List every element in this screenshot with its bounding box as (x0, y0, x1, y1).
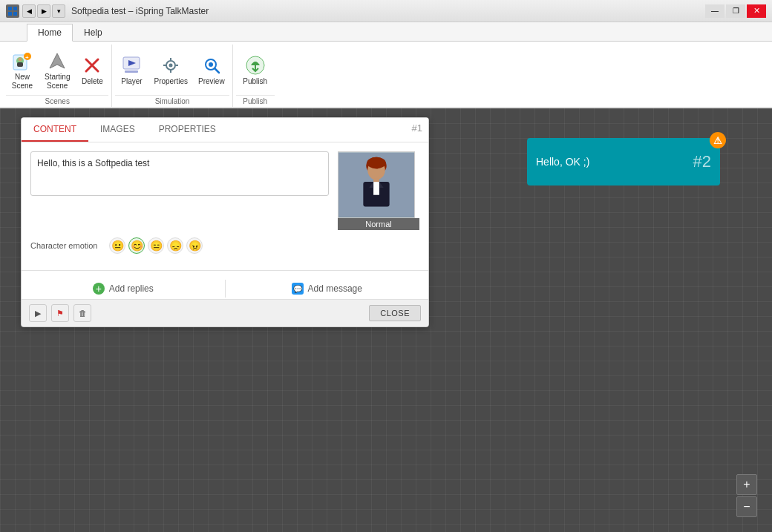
emotion-sad[interactable]: 😞 (167, 237, 183, 254)
scene-1-number: #1 (412, 122, 422, 134)
tab-home[interactable]: Home (27, 24, 73, 42)
zoom-out-button[interactable]: − (736, 496, 757, 517)
warning-badge: ⚠ (710, 132, 726, 148)
flag-button[interactable]: ⚑ (51, 304, 69, 322)
starting-scene-icon (45, 49, 69, 73)
scene-card-1: CONTENT IMAGES PROPERTIES #1 (21, 117, 429, 327)
svg-rect-2 (8, 12, 12, 16)
add-replies-icon: + (93, 283, 105, 295)
close-button[interactable]: CLOSE (369, 305, 421, 321)
zoom-in-button[interactable]: + (736, 474, 757, 495)
minimize-button[interactable]: — (705, 4, 724, 18)
emotion-expressionless[interactable]: 😑 (148, 237, 164, 254)
svg-line-26 (215, 68, 219, 73)
add-message-label: Add message (308, 283, 362, 294)
preview-button[interactable]: Preview (194, 50, 229, 89)
svg-rect-3 (13, 12, 17, 16)
delete-label: Delete (82, 77, 103, 86)
publish-button[interactable]: Publish (238, 50, 272, 89)
starting-scene-label: StartingScene (45, 73, 70, 91)
scene-1-tabs: CONTENT IMAGES PROPERTIES #1 (22, 118, 428, 142)
app-icon (6, 4, 19, 18)
window-controls: — ❐ ✕ (705, 4, 766, 18)
scene-1-content: Normal Character emotion 😐 😊 😑 😞 😠 (22, 142, 428, 263)
canvas-area: CONTENT IMAGES PROPERTIES #1 (0, 108, 772, 532)
add-message-button[interactable]: 💬 Add message (226, 278, 429, 299)
action-row: + Add replies 💬 Add message (22, 278, 428, 299)
add-replies-label: Add replies (109, 283, 154, 294)
svg-rect-0 (8, 7, 12, 10)
play-button[interactable]: ▶ (29, 304, 47, 322)
delete-icon (80, 53, 104, 77)
character-image (338, 151, 415, 218)
emotion-angry[interactable]: 😠 (186, 237, 203, 254)
tab-content[interactable]: CONTENT (22, 118, 88, 142)
svg-text:+: + (25, 54, 29, 61)
publish-group-label: Publish (236, 95, 275, 107)
properties-label: Properties (154, 77, 188, 86)
properties-button[interactable]: Properties (149, 50, 192, 89)
svg-rect-18 (125, 70, 138, 73)
window-title: Softpedia test – iSpring TalkMaster (71, 6, 209, 16)
tab-properties[interactable]: PROPERTIES (147, 118, 228, 142)
player-button[interactable]: Player (115, 50, 148, 89)
new-scene-button[interactable]: + NewScene (6, 46, 39, 93)
preview-label: Preview (198, 77, 225, 86)
tab-images[interactable]: IMAGES (88, 118, 147, 142)
nav-dropdown[interactable]: ▾ (52, 4, 65, 18)
zoom-controls: + − (736, 474, 757, 517)
new-scene-label: NewScene (12, 73, 33, 91)
scene-text-input[interactable] (30, 151, 329, 196)
scene-card-2[interactable]: Hello, OK ;) #2 ⚠ (527, 138, 720, 185)
content-divider (22, 270, 428, 271)
ribbon-tabs: Home Help (0, 22, 772, 42)
svg-rect-36 (373, 182, 379, 195)
tab-help[interactable]: Help (73, 24, 114, 41)
emotion-happy[interactable]: 😊 (128, 237, 145, 254)
title-bar: ◀ ▶ ▾ Softpedia test – iSpring TalkMaste… (0, 0, 772, 22)
scene-1-footer: ▶ ⚑ 🗑 CLOSE (22, 299, 428, 326)
close-button[interactable]: ✕ (747, 4, 766, 18)
add-message-icon: 💬 (292, 283, 304, 295)
starting-scene-button[interactable]: StartingScene (40, 46, 74, 93)
scenes-group-label: Scenes (6, 95, 108, 107)
nav-forward[interactable]: ▶ (37, 4, 50, 18)
emotion-row: Character emotion 😐 😊 😑 😞 😠 (30, 237, 419, 254)
player-icon (120, 53, 143, 77)
maximize-button[interactable]: ❐ (726, 4, 745, 18)
properties-icon (159, 53, 183, 77)
trash-button[interactable]: 🗑 (73, 304, 91, 322)
scene-2-number: #2 (693, 152, 711, 171)
character-label: Normal (338, 218, 419, 230)
simulation-group-label: Simulation (115, 95, 229, 107)
new-scene-icon: + (10, 49, 34, 73)
publish-label: Publish (243, 77, 267, 86)
ribbon-group-simulation: Player Properties (112, 45, 232, 107)
player-label: Player (121, 77, 142, 86)
svg-rect-1 (13, 7, 17, 10)
scene-2-text: Hello, OK ;) (536, 156, 589, 168)
svg-point-20 (169, 64, 173, 68)
ribbon-group-scenes: + NewScene StartingScene (3, 45, 112, 107)
add-replies-button[interactable]: + Add replies (22, 278, 225, 299)
nav-back[interactable]: ◀ (22, 4, 36, 18)
svg-rect-11 (17, 62, 23, 67)
delete-button[interactable]: Delete (76, 50, 108, 89)
warning-icon: ⚠ (713, 135, 722, 146)
preview-icon (200, 53, 223, 77)
emotion-label: Character emotion (30, 241, 105, 250)
emotion-neutral[interactable]: 😐 (109, 237, 125, 254)
svg-point-27 (209, 62, 213, 67)
ribbon-toolbar: + NewScene StartingScene (0, 42, 772, 108)
svg-point-10 (19, 58, 22, 62)
ribbon-group-publish: Publish Publish (233, 45, 278, 107)
publish-icon (243, 53, 267, 77)
svg-point-33 (367, 157, 386, 169)
